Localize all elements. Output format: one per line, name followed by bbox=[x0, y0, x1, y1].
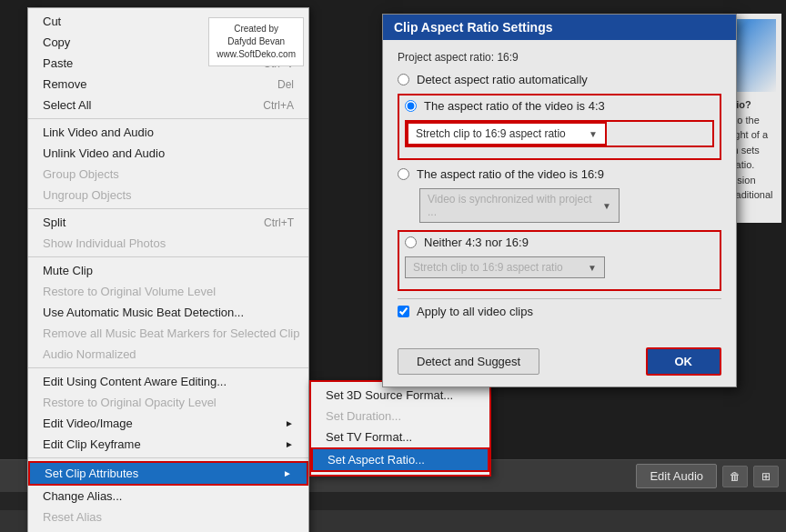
submenu-item-3d-source[interactable]: Set 3D Source Format... bbox=[311, 385, 489, 406]
edit-audio-button[interactable]: Edit Audio bbox=[636, 464, 717, 488]
radio-detect-auto-input[interactable] bbox=[398, 74, 409, 85]
detect-suggest-button[interactable]: Detect and Suggest bbox=[398, 348, 539, 375]
menu-item-remove-markers: Remove all Music Beat Markers for Select… bbox=[28, 323, 308, 344]
dialog-body: Project aspect ratio: 16:9 Detect aspect… bbox=[383, 40, 736, 340]
menu-item-restore-opacity: Restore to Original Opacity Level bbox=[28, 392, 308, 413]
radio-group-neither: Neither 4:3 nor 16:9 Stretch clip to 16:… bbox=[398, 230, 721, 291]
menu-item-mute-clip[interactable]: Mute Clip bbox=[28, 260, 308, 281]
menu-item-select-all[interactable]: Select All Ctrl+A bbox=[28, 95, 308, 115]
dropdown-stretch-neither-row: Stretch clip to 16:9 aspect ratio ▼ bbox=[405, 256, 714, 278]
menu-item-reset-alias: Reset Alias bbox=[28, 507, 308, 527]
menu-item-edit-clip-keyframe[interactable]: Edit Clip Keyframe bbox=[28, 434, 308, 455]
project-ratio-label: Project aspect ratio: 16:9 bbox=[398, 51, 721, 64]
submenu-item-aspect-ratio[interactable]: Set Aspect Ratio... bbox=[311, 447, 489, 472]
radio-16-9-input[interactable] bbox=[398, 168, 409, 180]
radio-neither[interactable]: Neither 4:3 nor 16:9 bbox=[405, 236, 714, 249]
dropdown-sync: Video is synchronized with project ... ▼ bbox=[419, 188, 620, 223]
dialog-footer: Detect and Suggest OK bbox=[383, 340, 736, 386]
menu-item-set-clip-attributes[interactable]: Set Clip Attributes bbox=[28, 461, 308, 486]
submenu-set-clip-attributes: Set 3D Source Format... Set Duration... … bbox=[309, 380, 491, 477]
dialog-header: Clip Aspect Ratio Settings bbox=[383, 15, 736, 40]
submenu-item-tv-format[interactable]: Set TV Format... bbox=[311, 427, 489, 447]
checkbox-apply-all[interactable]: Apply to all video clips bbox=[398, 305, 721, 318]
menu-item-group-objects: Group Objects bbox=[28, 164, 308, 185]
menu-item-music-beat[interactable]: Use Automatic Music Beat Detection... bbox=[28, 302, 308, 323]
checkbox-apply-all-label: Apply to all video clips bbox=[417, 305, 533, 318]
separator-3 bbox=[28, 256, 308, 257]
menu-item-restore-volume: Restore to Original Volume Level bbox=[28, 281, 308, 302]
menu-item-edit-content-aware[interactable]: Edit Using Content Aware Editing... bbox=[28, 371, 308, 392]
dropdown-stretch-4-3-container: Stretch clip to 16:9 aspect ratio ▼ bbox=[405, 120, 714, 147]
menu-item-audio-normalized: Audio Normalized bbox=[28, 344, 308, 365]
radio-detect-auto-label: Detect aspect ratio automatically bbox=[417, 73, 588, 86]
timeline-icon-btn-1[interactable]: 🗑 bbox=[722, 466, 748, 487]
menu-item-crop-image: Crop Image... bbox=[28, 527, 308, 532]
radio-16-9-label: The aspect ratio of the video is 16:9 bbox=[417, 167, 604, 181]
menu-item-edit-video-image[interactable]: Edit Video/Image bbox=[28, 413, 308, 434]
menu-item-remove[interactable]: Remove Del bbox=[28, 74, 308, 95]
clip-aspect-ratio-dialog: Clip Aspect Ratio Settings Project aspec… bbox=[382, 14, 737, 387]
radio-neither-input[interactable] bbox=[405, 236, 417, 248]
timeline-icon-btn-2[interactable]: ⊞ bbox=[753, 466, 779, 487]
radio-16-9[interactable]: The aspect ratio of the video is 16:9 bbox=[398, 167, 721, 181]
dropdown-sync-label: Video is synchronized with project ... bbox=[428, 193, 602, 218]
dialog-title: Clip Aspect Ratio Settings bbox=[394, 20, 553, 35]
menu-item-link-video-audio[interactable]: Link Video and Audio bbox=[28, 122, 308, 143]
radio-4-3-input[interactable] bbox=[405, 100, 417, 112]
separator-5 bbox=[28, 457, 308, 458]
radio-detect-auto[interactable]: Detect aspect ratio automatically bbox=[398, 73, 721, 86]
dropdown-arrow-2: ▼ bbox=[602, 201, 611, 211]
radio-4-3-label: The aspect ratio of the video is 4:3 bbox=[424, 99, 605, 113]
dropdown-sync-row: Video is synchronized with project ... ▼ bbox=[419, 188, 721, 223]
menu-item-change-alias[interactable]: Change Alias... bbox=[28, 486, 308, 507]
checkbox-apply-all-input[interactable] bbox=[398, 306, 409, 317]
radio-4-3[interactable]: The aspect ratio of the video is 4:3 bbox=[405, 99, 714, 113]
dropdown-arrow-3: ▼ bbox=[588, 263, 597, 273]
menu-item-split[interactable]: Split Ctrl+T bbox=[28, 212, 308, 233]
separator-2 bbox=[28, 208, 308, 209]
menu-item-show-individual-photos: Show Individual Photos bbox=[28, 233, 308, 254]
dropdown-stretch-4-3[interactable]: Stretch clip to 16:9 aspect ratio ▼ bbox=[407, 122, 607, 146]
dropdown-stretch-4-3-label: Stretch clip to 16:9 aspect ratio bbox=[416, 127, 566, 140]
dropdown-stretch-neither-label: Stretch clip to 16:9 aspect ratio bbox=[413, 261, 563, 274]
dropdown-arrow-1: ▼ bbox=[589, 129, 598, 139]
separator-1 bbox=[28, 118, 308, 119]
submenu-item-duration: Set Duration... bbox=[311, 406, 489, 427]
ok-button[interactable]: OK bbox=[646, 347, 722, 376]
divider bbox=[398, 298, 721, 299]
radio-neither-label: Neither 4:3 nor 16:9 bbox=[424, 236, 529, 249]
context-menu: Created byDafydd Bevanwww.SoftDeko.com C… bbox=[27, 7, 309, 532]
dropdown-stretch-neither: Stretch clip to 16:9 aspect ratio ▼ bbox=[405, 256, 605, 278]
menu-item-ungroup-objects: Ungroup Objects bbox=[28, 185, 308, 206]
separator-4 bbox=[28, 367, 308, 368]
menu-item-unlink-video-audio[interactable]: Unlink Video and Audio bbox=[28, 143, 308, 164]
radio-group-4-3: The aspect ratio of the video is 4:3 Str… bbox=[398, 94, 721, 160]
watermark: Created byDafydd Bevanwww.SoftDeko.com bbox=[208, 17, 304, 66]
